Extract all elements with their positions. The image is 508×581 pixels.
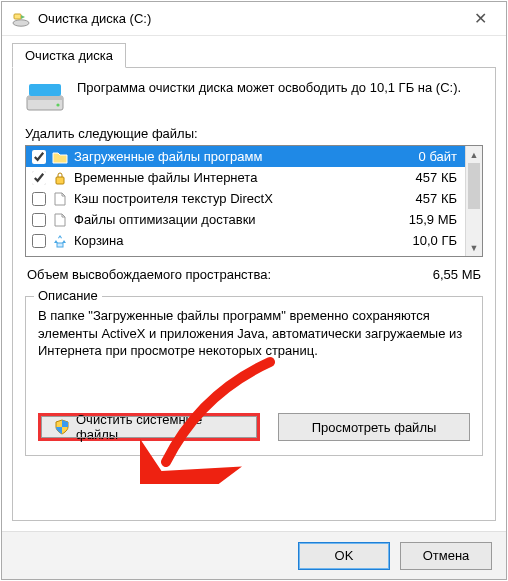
shield-icon xyxy=(54,419,70,435)
file-list: Загруженные файлы программ0 байтВременны… xyxy=(25,145,483,257)
scroll-up-icon[interactable]: ▲ xyxy=(466,146,482,163)
file-type-icon xyxy=(52,234,68,248)
file-checkbox[interactable] xyxy=(32,150,46,164)
tab-disk-cleanup[interactable]: Очистка диска xyxy=(12,43,126,68)
scroll-down-icon[interactable]: ▼ xyxy=(466,239,482,256)
cancel-button[interactable]: Отмена xyxy=(400,542,492,570)
file-row[interactable]: Корзина10,0 ГБ xyxy=(26,230,465,251)
file-row[interactable]: Загруженные файлы программ0 байт xyxy=(26,146,465,167)
file-label: Файлы оптимизации доставки xyxy=(74,212,381,227)
dialog-footer: OK Отмена xyxy=(2,531,506,579)
file-label: Корзина xyxy=(74,233,381,248)
svg-rect-7 xyxy=(57,243,63,247)
view-files-label: Просмотреть файлы xyxy=(312,420,437,435)
file-type-icon xyxy=(52,150,68,164)
description-legend: Описание xyxy=(34,288,102,303)
close-button[interactable]: ✕ xyxy=(458,9,502,28)
clean-system-files-button[interactable]: Очистить системные файлы xyxy=(38,413,260,441)
intro-text: Программа очистки диска может освободить… xyxy=(77,80,483,114)
view-files-button[interactable]: Просмотреть файлы xyxy=(278,413,470,441)
file-checkbox[interactable] xyxy=(32,192,46,206)
tab-panel: Программа очистки диска может освободить… xyxy=(12,67,496,521)
svg-point-0 xyxy=(13,19,29,25)
ok-button[interactable]: OK xyxy=(298,542,390,570)
window-title: Очистка диска (C:) xyxy=(30,11,458,26)
delete-files-label: Удалить следующие файлы: xyxy=(25,126,483,141)
file-label: Кэш построителя текстур DirectX xyxy=(74,191,381,206)
file-checkbox[interactable] xyxy=(32,213,46,227)
clean-system-files-label: Очистить системные файлы xyxy=(76,412,244,442)
scrollbar[interactable]: ▲ ▼ xyxy=(465,146,482,256)
svg-rect-6 xyxy=(56,177,64,184)
cancel-label: Отмена xyxy=(423,548,470,563)
svg-rect-1 xyxy=(14,14,21,19)
intro-row: Программа очистки диска может освободить… xyxy=(25,80,483,114)
file-size: 0 байт xyxy=(387,149,459,164)
dialog-window: Очистка диска (C:) ✕ Очистка диска Прогр… xyxy=(1,1,507,580)
file-type-icon xyxy=(52,171,68,185)
svg-rect-4 xyxy=(29,84,61,96)
disk-cleanup-icon xyxy=(12,10,30,28)
file-size: 15,9 МБ xyxy=(387,212,459,227)
file-label: Временные файлы Интернета xyxy=(74,170,381,185)
description-text: В папке "Загруженные файлы программ" вре… xyxy=(38,307,470,395)
svg-rect-3 xyxy=(27,96,63,100)
scroll-thumb[interactable] xyxy=(468,163,480,209)
drive-icon xyxy=(25,80,65,114)
tabstrip: Очистка диска xyxy=(2,36,506,67)
description-group: Описание В папке "Загруженные файлы прог… xyxy=(25,296,483,456)
file-size: 457 КБ xyxy=(387,191,459,206)
ok-label: OK xyxy=(335,548,354,563)
file-checkbox[interactable] xyxy=(32,171,46,185)
free-space-value: 6,55 МБ xyxy=(433,267,481,282)
group-button-row: Очистить системные файлы Просмотреть фай… xyxy=(38,413,470,441)
file-type-icon xyxy=(52,213,68,227)
file-size: 457 КБ xyxy=(387,170,459,185)
titlebar: Очистка диска (C:) ✕ xyxy=(2,2,506,36)
file-row[interactable]: Кэш построителя текстур DirectX457 КБ xyxy=(26,188,465,209)
free-space-label: Объем высвобождаемого пространства: xyxy=(27,267,271,282)
free-space-row: Объем высвобождаемого пространства: 6,55… xyxy=(27,267,481,282)
svg-point-5 xyxy=(56,103,59,106)
file-size: 10,0 ГБ xyxy=(387,233,459,248)
file-row[interactable]: Временные файлы Интернета457 КБ xyxy=(26,167,465,188)
file-type-icon xyxy=(52,192,68,206)
file-label: Загруженные файлы программ xyxy=(74,149,381,164)
file-row[interactable]: Файлы оптимизации доставки15,9 МБ xyxy=(26,209,465,230)
file-checkbox[interactable] xyxy=(32,234,46,248)
